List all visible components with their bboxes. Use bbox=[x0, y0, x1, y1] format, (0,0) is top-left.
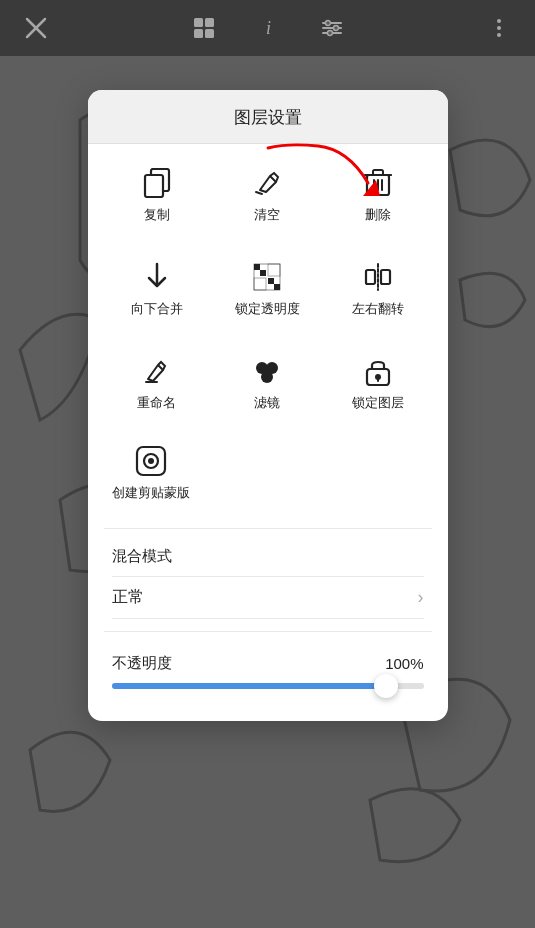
modal-title: 图层设置 bbox=[234, 108, 302, 127]
opacity-label: 不透明度 bbox=[112, 654, 172, 673]
svg-rect-29 bbox=[268, 264, 280, 276]
opacity-slider-fill bbox=[112, 683, 387, 689]
opacity-slider-track[interactable] bbox=[112, 683, 424, 689]
flip-horizontal-icon bbox=[363, 260, 393, 294]
copy-icon bbox=[143, 166, 171, 200]
delete-label: 删除 bbox=[365, 206, 391, 224]
svg-rect-35 bbox=[274, 284, 280, 290]
svg-rect-19 bbox=[145, 175, 163, 197]
filter-label: 滤镜 bbox=[254, 394, 280, 412]
modal-overlay: 图层设置 复制 bbox=[0, 0, 535, 928]
modal-title-bar: 图层设置 bbox=[88, 90, 448, 144]
svg-rect-34 bbox=[268, 278, 274, 284]
divider2 bbox=[104, 631, 432, 632]
filter-action[interactable]: 滤镜 bbox=[214, 340, 321, 422]
opacity-section: 不透明度 100% bbox=[88, 640, 448, 697]
create-clip-mask-label: 创建剪贴蒙版 bbox=[112, 484, 190, 502]
action-grid-row3: 重命名 滤镜 bbox=[88, 332, 448, 426]
copy-label: 复制 bbox=[144, 206, 170, 224]
flip-horizontal-label: 左右翻转 bbox=[352, 300, 404, 318]
svg-rect-31 bbox=[254, 278, 266, 290]
opacity-slider-thumb[interactable] bbox=[374, 674, 398, 698]
lock-transparency-label: 锁定透明度 bbox=[235, 300, 300, 318]
chevron-right-icon: › bbox=[418, 587, 424, 608]
clear-icon bbox=[252, 166, 282, 200]
rename-label: 重命名 bbox=[137, 394, 176, 412]
merge-down-action[interactable]: 向下合并 bbox=[104, 246, 211, 328]
clear-label: 清空 bbox=[254, 206, 280, 224]
blend-mode-title: 混合模式 bbox=[112, 547, 424, 566]
svg-rect-39 bbox=[268, 284, 274, 290]
svg-rect-33 bbox=[260, 270, 266, 276]
lock-transparency-action[interactable]: 锁定透明度 bbox=[214, 246, 321, 328]
opacity-value: 100% bbox=[385, 655, 423, 672]
blend-mode-value: 正常 bbox=[112, 587, 144, 608]
single-action-row: 创建剪贴蒙版 bbox=[88, 426, 448, 520]
merge-down-icon bbox=[143, 260, 171, 294]
action-grid-row2: 向下合并 bbox=[88, 238, 448, 332]
svg-point-53 bbox=[148, 458, 154, 464]
rename-action[interactable]: 重命名 bbox=[104, 340, 211, 422]
opacity-row: 不透明度 100% bbox=[112, 654, 424, 673]
svg-rect-32 bbox=[254, 264, 260, 270]
layer-settings-modal: 图层设置 复制 bbox=[88, 90, 448, 721]
divider1 bbox=[104, 528, 432, 529]
merge-down-label: 向下合并 bbox=[131, 300, 183, 318]
blend-mode-section: 混合模式 正常 › bbox=[88, 537, 448, 623]
clear-action[interactable]: 清空 bbox=[214, 152, 321, 234]
svg-rect-43 bbox=[381, 270, 390, 284]
svg-rect-23 bbox=[373, 170, 383, 175]
create-clip-mask-action[interactable]: 创建剪贴蒙版 bbox=[104, 430, 198, 512]
lock-layer-label: 锁定图层 bbox=[352, 394, 404, 412]
svg-line-20 bbox=[256, 192, 262, 194]
lock-layer-action[interactable]: 锁定图层 bbox=[325, 340, 432, 422]
delete-icon bbox=[364, 166, 392, 200]
copy-action[interactable]: 复制 bbox=[104, 152, 211, 234]
svg-point-47 bbox=[261, 371, 273, 383]
delete-action[interactable]: 删除 bbox=[325, 152, 432, 234]
svg-rect-36 bbox=[260, 264, 266, 270]
svg-rect-38 bbox=[274, 278, 280, 284]
clip-mask-icon bbox=[135, 444, 167, 478]
flip-horizontal-action[interactable]: 左右翻转 bbox=[325, 246, 432, 328]
filter-circles-icon bbox=[252, 354, 282, 388]
svg-rect-37 bbox=[254, 270, 260, 276]
svg-rect-42 bbox=[366, 270, 375, 284]
blend-mode-row[interactable]: 正常 › bbox=[112, 576, 424, 619]
lock-layer-icon bbox=[365, 354, 391, 388]
lock-transparency-icon bbox=[252, 260, 282, 294]
action-grid-row1: 复制 清空 bbox=[88, 144, 448, 238]
rename-icon bbox=[143, 354, 171, 388]
